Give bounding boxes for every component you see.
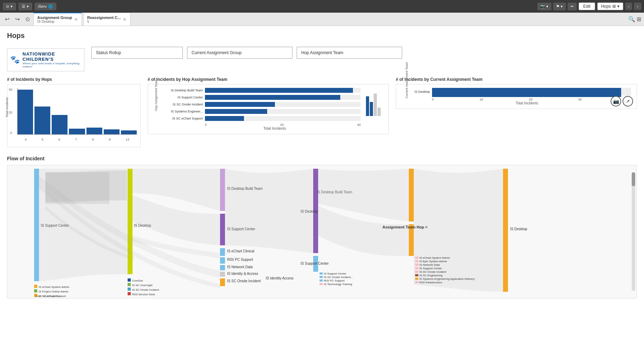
hops-button[interactable]: Hops ⊞ ▾ [597, 2, 623, 10]
tabbar-expand-icon[interactable]: ⊞ [637, 16, 641, 22]
hops-arrow: ▾ [617, 4, 619, 9]
status-rollup-filter[interactable]: Status Rollup [91, 47, 183, 59]
col5-leg-eng-text: IS SC Engineering [419, 274, 443, 277]
app-menu-button[interactable]: ⊙ ▾ [3, 3, 16, 10]
hop-bar-label-1: IS Support Center [154, 96, 203, 99]
leg2-comdoc-text: ComDoc [132, 279, 143, 282]
flow-title: Flow of Incident [7, 156, 637, 161]
small-bars [366, 88, 381, 116]
list-menu-button[interactable]: ☰ ▾ [19, 3, 32, 10]
col3-netdata-label: IS Network Data [227, 265, 253, 269]
hop-bar-fill-1 [205, 95, 340, 100]
camera-icon-button[interactable]: 📷 [611, 96, 621, 107]
hop-bar-row-1: IS Support Center [154, 95, 361, 100]
hop-bar-fill-2 [205, 102, 275, 107]
col3-onsite-label: IS SC Onsite Incident [227, 279, 261, 283]
tab-bar: ↩ ↪ ⊙ Assignment Group IS Desktop ✕ Reas… [0, 13, 644, 26]
hop-assignment-filter[interactable]: Hop Assignment Team [297, 47, 402, 59]
col3-echart-bar [220, 248, 225, 256]
expand-chart-button[interactable]: ↗ [623, 96, 633, 107]
leg2-comdoc-dot [128, 278, 131, 282]
col3-risi-label: RISI PC Support [227, 258, 253, 262]
hop-bar-fill-0 [205, 88, 353, 93]
camera-toolbar-button[interactable]: 📷 ▾ [537, 3, 551, 10]
flag-toolbar-button[interactable]: ⚑ ▾ [553, 3, 566, 10]
final-col-label: IS Desktop [510, 227, 527, 231]
curr-x-20: 20 [529, 98, 532, 101]
hop-team-x-label: Total Incidents [154, 127, 361, 130]
hops-bar-8 [104, 129, 120, 135]
hop-bar-bg-3 [205, 109, 361, 114]
hop-x-tick-40: 40 [357, 123, 361, 127]
hop-x-tick-20: 20 [280, 123, 284, 127]
col4-leg-onsite-dot [320, 276, 323, 278]
charts-row: # of Incidents by Hops 50 25 0 Total Inc… [7, 77, 637, 147]
hop-assignment-label: Hop Assignment Team [301, 50, 343, 55]
assignment-hop-label: Assignment Team Hop = [382, 225, 427, 229]
current-assignment-filter[interactable]: Current Assignment Group [187, 47, 292, 59]
y-tick-0: 0 [10, 131, 12, 135]
col5-leg-sup-text: IS Support Center [419, 267, 442, 270]
status-rollup-label: Status Rollup [96, 50, 121, 55]
col3-buildteam-bar [220, 169, 225, 211]
hop-team-title: # of Incidents by Hop Assignment Team [148, 77, 389, 82]
tab-back-button[interactable]: ↩ [3, 13, 12, 26]
hop-bar-fill-4 [205, 116, 244, 121]
leg1-proj-text: IS Project Online Admin [39, 290, 68, 293]
col4-leg-tech-dot [320, 283, 323, 285]
hop-bar-row-3: IS Systems Engineer... [154, 109, 361, 114]
tab2-close[interactable]: ✕ [123, 17, 127, 22]
small-bar-3 [374, 94, 377, 116]
hops-bar-9 [86, 128, 102, 135]
x-label-5: 5 [41, 138, 43, 141]
hop-bar-row-2: IS SC Onsite Incident [154, 102, 361, 107]
curr-x-10: 10 [479, 98, 483, 101]
curr-team-chart-section: # of Incidents by Current Assignment Tea… [396, 77, 637, 147]
leg2-onsite-text: IS SC Onsite Incident [132, 288, 159, 291]
leg2-overnight-text: IS SC Overnight [132, 284, 153, 287]
hop-team-chart-area: Hop Assignment Team IS Desktop Build Tea… [148, 84, 389, 134]
col5-leg-epic-dot [415, 260, 418, 262]
main-flow-1-2 [39, 169, 128, 281]
tab-reload-button[interactable]: ⊙ [23, 13, 32, 26]
hop-bar-label-4: IS SC eChart Support [154, 117, 203, 120]
hop-bar-label-3: IS Systems Engineer... [154, 110, 203, 113]
pencil-toolbar-button[interactable]: ✏ [568, 3, 577, 10]
hops-bar-6 [52, 115, 67, 135]
hops-icon: ⊞ [612, 4, 616, 9]
nav-next-button[interactable]: › [634, 3, 641, 10]
iserv-button[interactable]: iServ 🌐 [35, 3, 56, 10]
tab-forward-button[interactable]: ↪ [13, 13, 22, 26]
tab-assignment-group[interactable]: Assignment Group IS Desktop ✕ [33, 13, 82, 26]
hop-team-y-label: Hop Assignment Team [154, 79, 158, 111]
tab-reassignment[interactable]: Reassignment C... 5 ✕ [83, 13, 130, 26]
edit-button[interactable]: Edit [579, 2, 595, 10]
logo-tagline: Where your child needs a hospital, every… [22, 62, 81, 68]
nav-prev-button[interactable]: ‹ [625, 3, 632, 10]
hop-bar-bg-4 [205, 116, 361, 121]
col5-leg-net-text: IS Network Data [419, 263, 440, 266]
leg2-risi-text: RISI Service Desk [132, 293, 155, 296]
epic-system-admin-label: Epic System Admin [36, 295, 60, 297]
tab2-inner: Reassignment C... 5 [87, 15, 121, 24]
leg2-risi-dot [128, 292, 131, 295]
leg1-echart-text: IS eChart System Admin [39, 285, 69, 289]
hops-x-axis-line [17, 134, 137, 135]
hops-bar-7 [69, 129, 85, 135]
hop-bar-label-2: IS SC Onsite Incident [154, 103, 203, 106]
col5-leg-on-text: IS SC Onsite Incident [419, 270, 446, 273]
curr-team-x-label: Total Incidents [402, 101, 631, 105]
leg1-proj-dot [34, 289, 37, 292]
x-label-4: 4 [25, 138, 26, 141]
x-label-7: 7 [75, 138, 77, 141]
y-tick-50: 50 [9, 88, 12, 91]
tab1-close[interactable]: ✕ [74, 17, 78, 22]
col4-leg-tech-text: IS Technology Training [324, 283, 352, 286]
hop-team-chart-inner: IS Desktop Build Team IS Support Center [154, 88, 383, 130]
tabbar-search-icon[interactable]: 🔍 [628, 16, 635, 22]
hops-chart-section: # of Incidents by Hops 50 25 0 Total Inc… [7, 77, 141, 147]
current-assignment-label: Current Assignment Group [192, 50, 242, 55]
tabbar-right: 🔍 ⊞ [628, 13, 644, 26]
col2-desktop-bar [128, 169, 133, 274]
hops-chart-title: # of Incidents by Hops [7, 77, 141, 82]
